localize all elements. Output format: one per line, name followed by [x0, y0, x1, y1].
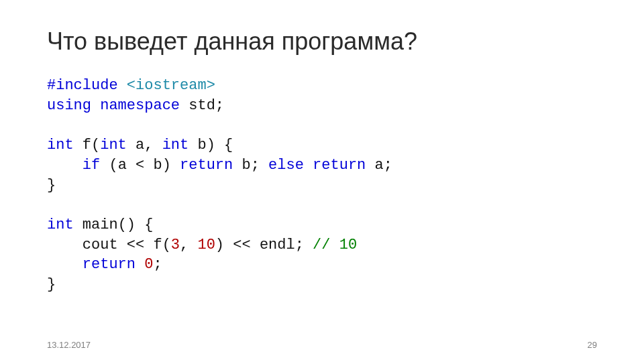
- kw-int: int: [47, 137, 74, 154]
- sp: [91, 97, 100, 114]
- semi: ;: [251, 157, 260, 174]
- kw-return: return: [83, 256, 136, 273]
- paren-close: ): [215, 237, 224, 253]
- sp: [366, 157, 374, 174]
- sp: [180, 97, 189, 114]
- sp: [171, 157, 180, 174]
- kw-else: else: [268, 157, 304, 174]
- ns-std: std: [189, 97, 215, 114]
- kw-return: return: [313, 157, 366, 174]
- footer-date: 13.12.2017: [47, 340, 91, 350]
- fn-f: f: [153, 237, 162, 253]
- comment-prefix: //: [313, 237, 330, 253]
- kw-int: int: [162, 137, 189, 154]
- kw-namespace: namespace: [100, 97, 180, 114]
- kw-int: int: [100, 137, 127, 154]
- slide: Что выведет данная программа? #include <…: [0, 0, 644, 362]
- paren-open: (: [162, 237, 171, 253]
- sp: [136, 256, 144, 273]
- brace-open: {: [215, 137, 233, 154]
- comment-body: 10: [331, 237, 358, 253]
- lit-0: 0: [144, 256, 153, 273]
- comma: ,: [180, 237, 197, 253]
- sp: [74, 137, 83, 154]
- kw-if: if: [83, 157, 100, 174]
- fn-main: main: [83, 217, 118, 233]
- sp: [304, 237, 313, 253]
- lit-3: 3: [171, 237, 180, 253]
- kw-using: using: [47, 97, 91, 114]
- param-a: a: [136, 137, 144, 154]
- paren-open: (: [118, 217, 127, 233]
- comma: ,: [144, 137, 162, 154]
- paren-close: ): [207, 137, 215, 154]
- sp: [189, 137, 197, 154]
- brace-close: }: [47, 177, 56, 194]
- hdr-iostream: <iostream>: [118, 77, 215, 94]
- semi: ;: [215, 97, 224, 114]
- paren-open: (: [91, 137, 100, 154]
- sp: [233, 157, 241, 174]
- kw-int: int: [47, 217, 74, 233]
- id-endl: endl: [260, 237, 295, 253]
- sp: [260, 157, 268, 174]
- lit-10: 10: [197, 237, 215, 253]
- op-ins: <<: [118, 237, 154, 253]
- sp: [127, 137, 136, 154]
- kw-return: return: [180, 157, 233, 174]
- paren-open: (: [109, 157, 117, 174]
- brace-close: }: [47, 276, 56, 293]
- var-a: a: [375, 157, 384, 174]
- sp: [304, 157, 313, 174]
- op-lt: <: [127, 157, 154, 174]
- kw-include: #include: [47, 77, 118, 94]
- fn-f: f: [83, 137, 91, 154]
- brace-open: {: [136, 217, 153, 233]
- semi: ;: [153, 256, 162, 273]
- slide-footer: 13.12.2017 29: [47, 340, 597, 350]
- footer-page-number: 29: [588, 340, 597, 350]
- op-ins: <<: [224, 237, 260, 253]
- var-b: b: [153, 157, 162, 174]
- sp: [74, 217, 83, 233]
- id-cout: cout: [83, 237, 118, 253]
- paren-close: ): [127, 217, 136, 233]
- sp: [100, 157, 109, 174]
- code-block: #include <iostream> using namespace std;…: [47, 76, 597, 295]
- var-a: a: [118, 157, 127, 174]
- semi: ;: [384, 157, 392, 174]
- param-b: b: [197, 137, 206, 154]
- paren-close: ): [162, 157, 171, 174]
- semi: ;: [295, 237, 304, 253]
- slide-title: Что выведет данная программа?: [47, 27, 597, 56]
- var-b: b: [241, 157, 250, 174]
